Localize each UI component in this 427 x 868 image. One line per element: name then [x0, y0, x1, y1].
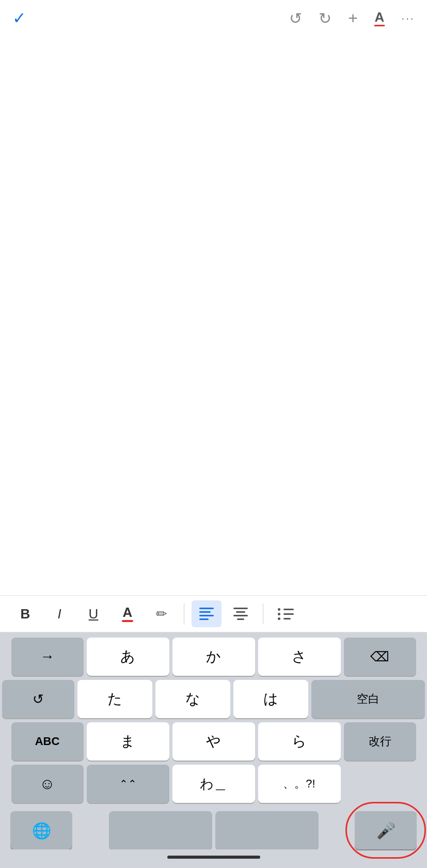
add-button[interactable]: + [348, 9, 358, 28]
undo-key[interactable]: ↺ [2, 680, 74, 718]
more-button[interactable]: ··· [401, 11, 415, 25]
key-ma[interactable]: ま [87, 722, 169, 761]
home-indicator [0, 849, 427, 868]
underline-button[interactable]: U [78, 600, 108, 627]
mic-wrapper: 🎤 [355, 811, 417, 849]
divider-1 [184, 603, 184, 624]
key-ya[interactable]: や [172, 722, 255, 761]
font-color-format-button[interactable]: A [113, 600, 143, 627]
key-punctuation[interactable]: 、。?! [258, 765, 341, 803]
keyboard-bottom-row: 🌐 🎤 [2, 807, 425, 849]
keyboard-area: → あ か さ ⌫ ↺ た な は 空白 ABC ま や ら 改行 ☺ ⌃⌃ わ… [0, 632, 427, 849]
mic-key[interactable]: 🎤 [355, 811, 417, 849]
bottom-key-1[interactable] [109, 811, 212, 849]
globe-key[interactable]: 🌐 [10, 811, 72, 849]
key-wa[interactable]: わ＿ [172, 765, 255, 803]
key-sa[interactable]: さ [258, 638, 341, 676]
bottom-middle-keys [75, 811, 352, 849]
format-toolbar: B I U A ✏ [0, 595, 427, 632]
font-color-button[interactable]: A [374, 10, 385, 26]
key-a[interactable]: あ [87, 638, 169, 676]
align-center-button[interactable] [226, 600, 256, 627]
return-key[interactable]: 改行 [344, 722, 416, 761]
abc-key[interactable]: ABC [11, 722, 84, 761]
home-bar [167, 856, 260, 859]
key-special[interactable]: ⌃⌃ [87, 765, 169, 803]
top-toolbar: ✓ ↺ ↻ + A ··· [0, 0, 427, 36]
bold-button[interactable]: B [10, 600, 40, 627]
bottom-key-2[interactable] [215, 811, 319, 849]
delete-key[interactable]: ⌫ [344, 638, 416, 676]
key-ta[interactable]: た [77, 680, 152, 718]
toolbar-right-buttons: ↺ ↻ + A ··· [289, 9, 415, 28]
key-na[interactable]: な [155, 680, 230, 718]
highlight-button[interactable]: ✏ [147, 600, 177, 627]
undo-button[interactable]: ↺ [289, 9, 302, 27]
keyboard-row-4: ☺ ⌃⌃ わ＿ 、。?! [2, 765, 425, 803]
redo-button[interactable]: ↻ [319, 9, 331, 27]
emoji-key[interactable]: ☺ [11, 765, 84, 803]
keyboard-row-2: ↺ た な は 空白 [2, 680, 425, 718]
confirm-button[interactable]: ✓ [12, 8, 26, 28]
editor-area[interactable] [0, 36, 427, 595]
keyboard-row-3: ABC ま や ら 改行 [2, 722, 425, 761]
keyboard-row-1: → あ か さ ⌫ [2, 638, 425, 676]
align-left-button[interactable] [192, 600, 222, 627]
tab-key[interactable]: → [11, 638, 84, 676]
divider-2 [263, 603, 263, 624]
list-button[interactable] [271, 600, 301, 627]
space-key[interactable]: 空白 [311, 680, 425, 718]
key-ha[interactable]: は [233, 680, 308, 718]
italic-button[interactable]: I [44, 600, 74, 627]
key-ka[interactable]: か [172, 638, 255, 676]
key-ra[interactable]: ら [258, 722, 341, 761]
